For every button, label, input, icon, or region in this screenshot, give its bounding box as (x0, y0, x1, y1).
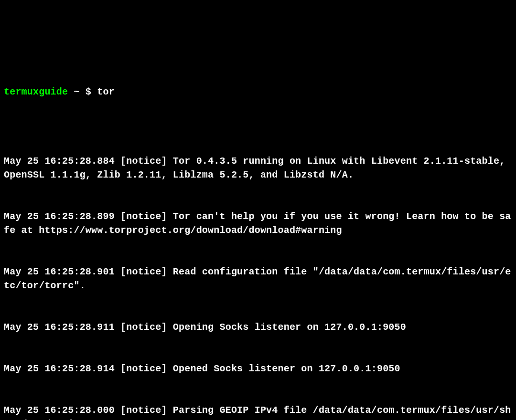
entered-command: tor (97, 86, 115, 97)
log-line: May 25 16:25:28.000 [notice] Parsing GEO… (4, 403, 512, 420)
prompt-username: termuxguide (4, 86, 68, 97)
prompt-path: ~ (74, 86, 79, 97)
terminal-output: May 25 16:25:28.884 [notice] Tor 0.4.3.5… (4, 126, 512, 420)
prompt-line: termuxguide ~ $ tor (4, 85, 512, 99)
prompt-symbol: $ (86, 86, 91, 97)
log-line: May 25 16:25:28.884 [notice] Tor 0.4.3.5… (4, 154, 512, 182)
log-line: May 25 16:25:28.901 [notice] Read config… (4, 265, 512, 293)
log-line: May 25 16:25:28.899 [notice] Tor can't h… (4, 210, 512, 237)
log-line: May 25 16:25:28.911 [notice] Opening Soc… (4, 320, 512, 334)
terminal-window[interactable]: termuxguide ~ $ tor May 25 16:25:28.884 … (4, 57, 512, 420)
log-line: May 25 16:25:28.914 [notice] Opened Sock… (4, 362, 512, 376)
